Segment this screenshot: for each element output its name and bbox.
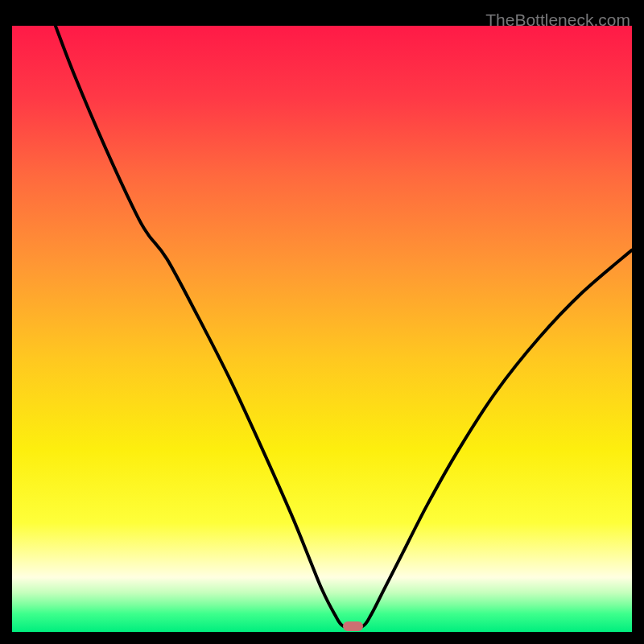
chart-container: TheBottleneck.com: [12, 12, 632, 632]
plot-area: [12, 26, 632, 632]
optimal-marker: [343, 621, 363, 631]
curve-svg: [12, 26, 632, 632]
bottleneck-curve: [56, 26, 632, 628]
